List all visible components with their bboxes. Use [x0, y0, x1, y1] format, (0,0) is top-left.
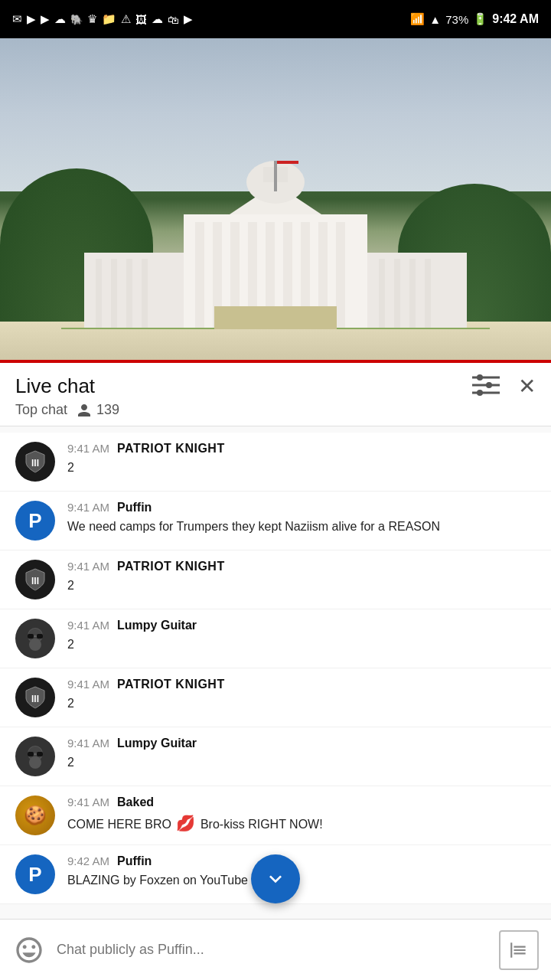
svg-rect-20 — [425, 259, 431, 329]
scroll-down-icon — [263, 867, 288, 891]
avatar: III — [15, 442, 55, 482]
message-content: 9:42 AM Puffin BLAZING by Foxzen on YouT… — [67, 854, 536, 889]
msg-author: Baked — [117, 795, 154, 809]
list-item: 9:41 AM Lumpy Guitar 2 — [0, 609, 551, 668]
header-icons: ✕ — [472, 374, 536, 399]
live-chat-title: Live chat — [15, 374, 95, 398]
msg-text: 2 — [67, 579, 74, 592]
msg-text: BLAZING by Foxzen on YouTube bye — [67, 874, 271, 887]
msg-time: 9:41 AM — [67, 737, 109, 750]
svg-rect-38 — [37, 634, 43, 639]
svg-point-30 — [486, 382, 492, 388]
msg-author: PATRIOT KNIGHT — [117, 442, 225, 456]
chat-input-bar — [0, 919, 551, 980]
emoji-button[interactable] — [12, 933, 46, 967]
play-icon: ▶ — [184, 12, 193, 26]
wifi-icon: 📶 — [410, 12, 425, 26]
svg-rect-23 — [274, 161, 277, 191]
svg-rect-44 — [28, 752, 34, 756]
filter-icon[interactable] — [472, 374, 500, 399]
msg-text: We need camps for Trumpers they kept Naz… — [67, 520, 440, 533]
mastodon-icon: 🐘 — [70, 14, 83, 25]
list-item: III 9:41 AM PATRIOT KNIGHT 2 — [0, 668, 551, 727]
msg-text: 2 — [67, 756, 74, 769]
msg-author: Lumpy Guitar — [117, 737, 197, 750]
svg-rect-45 — [37, 752, 43, 756]
msg-author: Lumpy Guitar — [117, 619, 197, 632]
kiss-emoji: 💋 — [176, 815, 195, 831]
message-content: 9:41 AM Lumpy Guitar 2 — [67, 737, 536, 771]
message-content: 9:41 AM PATRIOT KNIGHT 2 — [67, 442, 536, 476]
msg-text: COME HERE BRO 💋 Bro-kiss RIGHT NOW! — [67, 818, 323, 831]
msg-text: 2 — [67, 461, 74, 474]
msg-time: 9:41 AM — [67, 678, 109, 691]
list-item: 9:41 AM Lumpy Guitar 2 — [0, 727, 551, 786]
svg-rect-14 — [111, 259, 117, 329]
emoji-icon — [14, 935, 44, 965]
svg-point-32 — [477, 390, 483, 396]
svg-rect-18 — [394, 259, 400, 329]
msg-text: 2 — [67, 697, 74, 710]
folder-icon: 📁 — [102, 12, 116, 26]
yt-icon1: ▶ — [27, 12, 36, 26]
chat-header-sub: Top chat 139 — [15, 402, 536, 418]
status-right-icons: 📶 ▲ 73% 🔋 9:42 AM — [410, 12, 539, 26]
msg-meta: 9:41 AM Baked — [67, 795, 536, 809]
image-icon: 🖼 — [135, 13, 147, 26]
msg-meta: 9:41 AM Lumpy Guitar — [67, 619, 536, 632]
list-item: III 9:41 AM PATRIOT KNIGHT 2 — [0, 433, 551, 492]
svg-rect-1 — [195, 222, 204, 329]
msg-author: PATRIOT KNIGHT — [117, 678, 225, 691]
send-button[interactable] — [499, 930, 539, 970]
msg-time: 9:41 AM — [67, 501, 109, 514]
message-content: 9:41 AM PATRIOT KNIGHT 2 — [67, 678, 536, 712]
top-chat-label: Top chat — [15, 402, 67, 418]
msg-time: 9:41 AM — [67, 795, 109, 808]
white-house-svg — [61, 161, 490, 329]
chat-header: Live chat ✕ Top chat 139 — [0, 363, 551, 426]
svg-rect-16 — [142, 259, 148, 329]
avatar: 🍪 — [15, 795, 55, 835]
chat-input-field[interactable] — [57, 932, 488, 969]
status-left-icons: ✉ ▶ ▶ ☁ 🐘 ♛ 📁 ⚠ 🖼 ☁ 🛍 ▶ — [12, 12, 193, 26]
cloud-icon: ☁ — [54, 12, 66, 26]
signal-icon: ▲ — [429, 13, 441, 26]
battery-icon: 🔋 — [473, 12, 487, 26]
msg-meta: 9:41 AM Puffin — [67, 501, 536, 514]
msg-time: 9:41 AM — [67, 560, 109, 573]
list-item: 🍪 9:41 AM Baked COME HERE BRO 💋 Bro-kiss… — [0, 786, 551, 845]
message-content: 9:41 AM Lumpy Guitar 2 — [67, 619, 536, 653]
yt-icon2: ▶ — [41, 12, 50, 26]
avatar — [15, 619, 55, 658]
msg-time: 9:42 AM — [67, 854, 109, 867]
svg-rect-19 — [409, 259, 416, 329]
msg-meta: 9:41 AM PATRIOT KNIGHT — [67, 560, 536, 573]
list-item: P 9:41 AM Puffin We need camps for Trump… — [0, 492, 551, 550]
avatar — [15, 737, 55, 776]
message-content: 9:41 AM PATRIOT KNIGHT 2 — [67, 560, 536, 594]
svg-text:III: III — [31, 458, 39, 469]
avatar: P — [15, 854, 55, 894]
video-player[interactable] — [0, 38, 551, 360]
msg-time: 9:41 AM — [67, 619, 109, 632]
bag-icon: 🛍 — [168, 13, 179, 26]
message-content: 9:41 AM Baked COME HERE BRO 💋 Bro-kiss R… — [67, 795, 536, 835]
participants-count: 139 — [77, 402, 119, 418]
list-item: III 9:41 AM PATRIOT KNIGHT 2 — [0, 550, 551, 609]
person-icon — [77, 403, 92, 418]
svg-point-47 — [29, 756, 41, 769]
msg-icon: ✉ — [12, 12, 22, 26]
svg-text:III: III — [31, 576, 39, 586]
avatar: P — [15, 501, 55, 541]
clock: 9:42 AM — [492, 12, 539, 26]
scroll-down-button[interactable] — [251, 854, 300, 903]
crown-icon: ♛ — [87, 12, 97, 26]
svg-point-40 — [29, 639, 41, 651]
svg-rect-37 — [28, 634, 34, 639]
svg-rect-15 — [126, 259, 132, 329]
msg-text: 2 — [67, 638, 74, 651]
svg-rect-17 — [379, 259, 385, 329]
svg-rect-24 — [277, 161, 298, 164]
chat-header-top: Live chat ✕ — [15, 374, 536, 399]
close-icon[interactable]: ✕ — [518, 376, 536, 397]
